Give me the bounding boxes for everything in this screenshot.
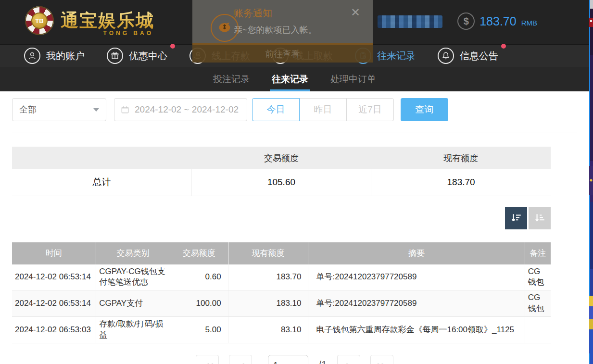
sort-descending-icon: [510, 212, 522, 225]
first-page-button[interactable]: ◀◀: [196, 355, 219, 364]
page-select[interactable]: 1: [268, 355, 308, 364]
col-type: 交易类别: [96, 242, 170, 264]
balance-display[interactable]: $ 183.70 RMB: [457, 13, 537, 30]
col-time: 时间: [12, 242, 96, 264]
cell-balance: 83.10: [228, 317, 308, 343]
cell-note: [525, 317, 551, 343]
nav-label: 我的账户: [46, 50, 85, 63]
quick-yesterday-button[interactable]: 昨日: [299, 98, 347, 121]
logo-title-en: TONG BAO: [103, 30, 153, 37]
nav-item-promotions[interactable]: 优惠中心: [107, 48, 167, 64]
next-page-button[interactable]: ▶: [337, 355, 360, 364]
nav-item-announcements[interactable]: 信息公告: [438, 48, 498, 64]
close-icon[interactable]: ✕: [351, 7, 360, 18]
cell-type: CGPAY支付: [96, 290, 170, 317]
notification-dot: [170, 44, 175, 49]
money-message-icon: [211, 14, 239, 42]
main-content: 全部 2024-12-02 ~ 2024-12-02 今日 昨日 近7日 查询 …: [0, 91, 589, 364]
page-select-value: 1: [273, 361, 278, 364]
transaction-table: 时间 交易类别 交易额度 现有额度 摘要 备注 2024-12-02 06:53…: [12, 242, 551, 344]
transaction-records-page: TB 通宝娱乐城 TONG BAO $ 183.70 RMB 我的账户: [0, 0, 593, 364]
quick-last7days-button[interactable]: 近7日: [346, 98, 394, 121]
tab-transaction-records[interactable]: 往来记录: [270, 67, 310, 91]
last-page-button[interactable]: ▶▶: [370, 355, 393, 364]
type-select-value: 全部: [19, 104, 37, 115]
notification-action-button[interactable]: 前往查看: [192, 45, 373, 63]
cell-amount: 100.00: [170, 290, 228, 317]
casino-chip-icon: TB: [25, 6, 54, 35]
notification-message: 亲~您的款项已入帐。: [234, 24, 373, 36]
table-row: 2024-12-02 06:53:14 CGPAY-CG钱包支付笔笔送优惠 0.…: [12, 264, 551, 290]
table-row: 2024-12-02 06:53:03 存款/取款/打码/损益 5.00 83.…: [12, 317, 551, 343]
quick-date-group: 今日 昨日 近7日: [252, 98, 394, 121]
cell-type: 存款/取款/打码/损益: [96, 317, 170, 343]
cell-type: CGPAY-CG钱包支付笔笔送优惠: [96, 264, 170, 290]
logo-title-cn: 通宝娱乐城: [61, 9, 154, 33]
summary-total-label: 总计: [12, 169, 191, 196]
col-balance: 现有额度: [228, 242, 308, 264]
site-logo[interactable]: TB 通宝娱乐城 TONG BAO: [25, 6, 154, 35]
sort-controls: [0, 207, 551, 229]
sort-ascending-icon: [533, 212, 546, 225]
chip-monogram: TB: [31, 13, 48, 29]
total-pages-label: /1: [318, 359, 327, 364]
nav-label: 信息公告: [460, 50, 498, 63]
sort-descending-button[interactable]: [505, 207, 527, 229]
cell-amount: 5.00: [170, 317, 228, 343]
cell-time: 2024-12-02 06:53:14: [12, 264, 96, 290]
summary-trade-amount: 105.60: [191, 169, 371, 196]
balance-amount: 183.70: [479, 14, 516, 28]
nav-item-my-account[interactable]: 我的账户: [24, 48, 85, 64]
nav-label: 优惠中心: [129, 50, 167, 63]
balance-currency: RMB: [521, 19, 537, 27]
prev-page-button[interactable]: ◀: [229, 355, 252, 364]
date-range-input[interactable]: 2024-12-02 ~ 2024-12-02: [114, 98, 247, 121]
col-summary: 摘要: [308, 242, 525, 264]
tab-pending-orders[interactable]: 处理中订单: [328, 67, 378, 91]
user-icon: [24, 48, 40, 64]
cell-time: 2024-12-02 06:53:03: [12, 317, 96, 343]
notification-body: 账务通知 亲~您的款项已入帐。 ✕: [192, 0, 373, 43]
background-decor: [589, 166, 593, 195]
pagination: ◀◀ ◀ 1 /1 ▶ ▶▶: [0, 355, 589, 364]
tab-bet-records[interactable]: 投注记录: [211, 67, 252, 91]
cell-time: 2024-12-02 06:53:14: [12, 290, 96, 317]
notification-dot: [501, 44, 506, 49]
cell-summary: 单号:202412023797720589: [308, 290, 525, 317]
summary-table: 交易额度 现有额度 总计 105.60 183.70: [12, 147, 551, 196]
notification-toast: 账务通知 亲~您的款项已入帐。 ✕ 前往查看: [192, 0, 373, 63]
cell-summary: 单号:202412023797720589: [308, 264, 525, 290]
search-button[interactable]: 查询: [401, 98, 448, 121]
background-decor: [589, 296, 593, 353]
col-note: 备注: [525, 242, 551, 264]
bell-icon: [438, 48, 454, 64]
cell-amount: 0.60: [170, 264, 228, 290]
summary-row: 总计 105.60 183.70: [12, 169, 551, 196]
summary-header-current: 现有额度: [371, 147, 551, 169]
quick-today-button[interactable]: 今日: [252, 98, 300, 121]
table-header-row: 时间 交易类别 交易额度 现有额度 摘要 备注: [12, 242, 551, 264]
summary-header-trade: 交易额度: [191, 147, 371, 169]
col-amount: 交易额度: [170, 242, 228, 264]
cell-balance: 183.70: [228, 264, 308, 290]
background-red-badge: [589, 18, 593, 27]
username-redacted: [378, 15, 442, 28]
divider: [12, 133, 577, 133]
cell-balance: 183.10: [228, 290, 308, 317]
gift-icon: [107, 48, 123, 64]
sort-ascending-button[interactable]: [529, 207, 551, 229]
date-range-value: 2024-12-02 ~ 2024-12-02: [135, 104, 239, 115]
cell-note: CG钱包: [525, 290, 551, 317]
logo-text: 通宝娱乐城 TONG BAO: [61, 9, 154, 33]
dollar-coin-icon: $: [457, 13, 475, 30]
table-row: 2024-12-02 06:53:14 CGPAY支付 100.00 183.1…: [12, 290, 551, 317]
filter-row: 全部 2024-12-02 ~ 2024-12-02 今日 昨日 近7日 查询: [12, 98, 589, 121]
record-tabs: 投注记录 往来记录 处理中订单: [0, 67, 589, 91]
calendar-icon: [120, 105, 130, 114]
nav-label: 往来记录: [377, 50, 416, 63]
cell-summary: 电子钱包第六重周存款彩金《每周一16:00领取》_1125: [308, 317, 525, 343]
type-select[interactable]: 全部: [12, 98, 106, 121]
summary-header-empty: [12, 147, 191, 169]
summary-current-amount: 183.70: [371, 169, 551, 196]
cell-note: CG钱包: [525, 264, 551, 290]
